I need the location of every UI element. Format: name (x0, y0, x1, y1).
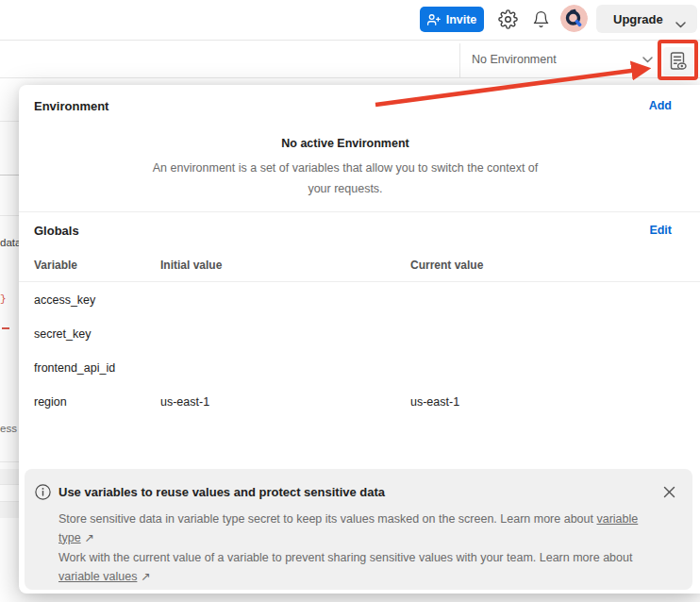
external-link-icon: ↗ (84, 531, 93, 544)
avatar[interactable] (560, 5, 588, 32)
external-link-icon: ↗ (141, 570, 150, 583)
column-header-initial-value: Initial value (160, 259, 410, 272)
info-banner-body: Store sensitive data in variable type se… (58, 510, 647, 586)
environment-selector[interactable]: No Environment (472, 42, 653, 77)
panel-header: Environment Add (19, 92, 700, 119)
notifications-button[interactable] (530, 8, 551, 29)
table-row[interactable]: secret_key (19, 317, 700, 351)
upgrade-button-label: Upgrade (613, 12, 663, 26)
variable-name: secret_key (34, 327, 160, 341)
person-add-icon (427, 13, 441, 26)
variable-current-value: us-east-1 (410, 395, 700, 409)
bg-row-shade (0, 501, 19, 518)
bg-json-brace-fragment: } (0, 293, 19, 305)
environment-description: An environment is a set of variables tha… (19, 158, 672, 199)
bg-row-shade (0, 469, 19, 484)
invite-button[interactable]: Invite (420, 7, 484, 32)
info-banner-title: Use variables to reuse values and protec… (58, 485, 385, 499)
globals-title: Globals (34, 224, 79, 238)
bg-row-divider (0, 484, 19, 485)
info-circle-icon (35, 484, 51, 504)
table-row[interactable]: frontend_api_id (19, 351, 700, 385)
table-row[interactable]: access_key (19, 283, 700, 317)
red-dash-fragment (2, 327, 9, 329)
table-row[interactable]: region us-east-1 us-east-1 (19, 385, 700, 419)
edit-globals-button[interactable]: Edit (649, 224, 672, 237)
column-header-current-value: Current value (410, 259, 700, 272)
top-bar: Invite Upgrade (0, 0, 700, 41)
avatar-image (560, 5, 588, 32)
variable-values-link[interactable]: variable values (58, 570, 137, 583)
variable-name: access_key (34, 293, 160, 307)
bg-row-divider (0, 175, 19, 176)
add-environment-button[interactable]: Add (649, 99, 672, 112)
variable-initial-value: us-east-1 (160, 395, 410, 409)
globals-column-headers: Variable Initial value Current value (19, 259, 700, 272)
environment-selector-value: No Environment (472, 53, 557, 66)
chevron-down-icon (642, 57, 653, 63)
info-paragraph-current-value: Work with the current value of a variabl… (58, 549, 647, 586)
environment-quick-look-button[interactable] (663, 47, 693, 75)
bg-row-divider (0, 501, 19, 502)
variable-name: region (34, 395, 160, 409)
bg-text-fragment: data (0, 237, 19, 248)
upgrade-button[interactable]: Upgrade (596, 5, 697, 33)
panel-title: Environment (34, 99, 108, 113)
gear-icon (498, 9, 518, 29)
column-header-variable: Variable (34, 259, 160, 272)
invite-button-label: Invite (446, 13, 477, 26)
globals-table: access_key secret_key frontend_api_id re… (19, 283, 700, 419)
chevron-down-icon[interactable] (675, 15, 686, 32)
bell-icon (532, 10, 550, 28)
bg-row-divider (0, 215, 19, 216)
environment-toolbar: No Environment (0, 42, 700, 78)
info-banner: Use variables to reuse values and protec… (25, 469, 692, 590)
bg-row-divider (0, 461, 19, 462)
close-icon[interactable] (661, 484, 676, 499)
toolbar-divider (459, 43, 460, 77)
settings-button[interactable] (497, 8, 518, 29)
list-eye-icon (667, 50, 690, 73)
environment-panel: Environment Add No active Environment An… (19, 85, 700, 594)
table-divider (19, 281, 700, 282)
globals-header: Globals Edit (19, 212, 700, 248)
bg-row-divider (0, 121, 19, 122)
no-active-environment-title: No active Environment (19, 137, 672, 150)
info-paragraph-secret: Store sensitive data in variable type se… (58, 510, 647, 547)
variable-name: frontend_api_id (34, 361, 160, 375)
bg-text-fragment: ess (0, 423, 19, 434)
